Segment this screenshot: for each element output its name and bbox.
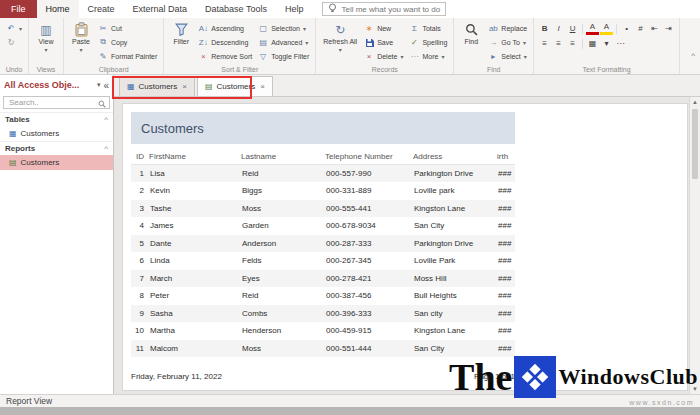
table-cell: San city	[413, 305, 497, 323]
tab-create[interactable]: Create	[79, 0, 124, 18]
format-painter-label: Format Painter	[111, 53, 157, 60]
ribbon-group-clipboard: Paste ▾ ✂ Cut ⧉ Copy ✎ Format Painter Cl…	[64, 18, 164, 74]
align-left-button[interactable]: ≡	[538, 37, 551, 50]
advanced-button[interactable]: ▤ Advanced ▾	[256, 35, 311, 49]
chevron-down-icon: ▾	[400, 53, 403, 60]
tab-file[interactable]: File	[0, 0, 37, 18]
paste-button[interactable]: Paste ▾	[68, 21, 94, 54]
chevron-down-icon: ▾	[305, 39, 308, 46]
delete-button[interactable]: × Delete ▾	[362, 49, 405, 63]
tab-database-tools[interactable]: Database Tools	[196, 0, 276, 18]
close-icon[interactable]: ×	[260, 82, 265, 91]
tab-external-data[interactable]: External Data	[124, 0, 197, 18]
table-cell: 000-459-915	[325, 322, 413, 340]
ribbon-group-records: ↻ Refresh All ▾ ∗ New Save × Delete ▾	[316, 18, 454, 74]
replace-button[interactable]: ab Replace	[486, 21, 529, 35]
copy-icon: ⧉	[98, 37, 108, 47]
bold-button[interactable]: B	[538, 22, 551, 35]
save-button[interactable]: Save	[362, 35, 405, 49]
shutter-bar-close-icon[interactable]: «	[103, 80, 109, 91]
ribbon: ↶ ▾ ↻ Undo ▥ View ▾ Views Paste ▾	[0, 18, 700, 75]
table-cell: 8	[131, 287, 149, 305]
table-cell: Moss Hill	[413, 270, 497, 288]
table-cell: Garden	[241, 217, 325, 235]
nav-item-label: Customers	[21, 129, 60, 138]
bullets-button[interactable]: •	[620, 22, 633, 35]
selection-button[interactable]: ▢ Selection ▾	[256, 21, 311, 35]
highlight-color-button[interactable]: A	[600, 22, 613, 35]
more-button[interactable]: ⋯ More ▾	[407, 49, 449, 63]
vertical-scrollbar[interactable]: ▲ ▼	[689, 97, 700, 394]
more-formatting-button[interactable]: ⋯	[614, 37, 627, 50]
table-cell: Biggs	[241, 182, 325, 200]
scroll-up-icon[interactable]: ▲	[690, 99, 700, 105]
gridlines-button[interactable]: ▦	[586, 37, 599, 50]
group-label-views: Views	[29, 66, 63, 73]
close-icon[interactable]: ×	[182, 82, 187, 91]
font-color-button[interactable]: A	[586, 22, 599, 35]
numbering-button[interactable]: #	[634, 22, 647, 35]
table-cell: ###	[497, 305, 515, 323]
remove-sort-button[interactable]: × Remove Sort	[196, 49, 254, 63]
tab-home[interactable]: Home	[37, 0, 79, 18]
tell-me-box[interactable]: Tell me what you want to do	[322, 2, 446, 16]
align-right-button[interactable]: ≡	[566, 37, 579, 50]
search-input[interactable]	[7, 97, 98, 108]
tab-help[interactable]: Help	[276, 0, 313, 18]
watermark-url: www.sxdn.com	[449, 399, 698, 406]
table-cell: Loville park	[413, 182, 497, 200]
increase-indent-button[interactable]: ⇥	[662, 22, 675, 35]
doc-tab-customers-table[interactable]: ▦ Customers ×	[119, 76, 195, 96]
ascending-button[interactable]: A↓ Ascending	[196, 21, 254, 35]
find-button[interactable]: Find	[458, 21, 484, 46]
descending-button[interactable]: Z↓ Descending	[196, 35, 254, 49]
table-cell: ###	[497, 165, 515, 183]
refresh-all-button[interactable]: ↻ Refresh All ▾	[320, 21, 360, 54]
paste-label: Paste	[72, 38, 90, 45]
replace-icon: ab	[488, 24, 498, 33]
group-label-clipboard: Clipboard	[64, 66, 163, 73]
collapse-ribbon-button[interactable]: ^	[691, 51, 695, 60]
table-cell: James	[149, 217, 241, 235]
toggle-filter-label: Toggle Filter	[271, 53, 309, 60]
spelling-label: Spelling	[422, 39, 447, 46]
find-label: Find	[465, 38, 479, 45]
italic-button[interactable]: I	[552, 22, 565, 35]
chevron-up-icon: ^	[104, 144, 108, 153]
chevron-down-icon[interactable]: ▾	[600, 37, 613, 50]
copy-button[interactable]: ⧉ Copy	[96, 35, 159, 49]
select-button[interactable]: ▸ Select ▾	[486, 49, 529, 63]
view-button[interactable]: ▥ View ▾	[33, 21, 59, 54]
decrease-indent-button[interactable]: ⇤	[648, 22, 661, 35]
chevron-down-icon: ▾	[19, 25, 22, 32]
go-to-icon: →	[488, 38, 498, 47]
chevron-down-icon[interactable]: ▾	[97, 81, 101, 89]
search-box[interactable]	[3, 96, 110, 109]
nav-item-customers-report[interactable]: ▤ Customers	[0, 155, 113, 170]
scrollbar-thumb[interactable]	[692, 109, 698, 179]
toggle-filter-button[interactable]: ▽ Toggle Filter	[256, 49, 311, 63]
table-cell: Parkington Drive	[413, 165, 497, 183]
go-to-button[interactable]: → Go To ▾	[486, 35, 529, 49]
totals-button[interactable]: Σ Totals	[407, 21, 449, 35]
underline-button[interactable]: U	[566, 22, 579, 35]
chevron-down-icon: ▾	[80, 46, 83, 53]
ribbon-group-text-formatting: B I U A A • # ⇤ ⇥ ≡ ≡ ≡ ▦	[534, 18, 680, 74]
new-button[interactable]: ∗ New	[362, 21, 405, 35]
doc-tab-customers-report[interactable]: ▤ Customers ×	[197, 76, 273, 96]
column-header: Lastname	[241, 150, 325, 165]
nav-section-reports[interactable]: Reports ^	[0, 141, 113, 155]
spelling-button[interactable]: ✓ Spelling	[407, 35, 449, 49]
nav-item-customers-table[interactable]: ▦ Customers	[0, 126, 113, 141]
redo-button[interactable]: ↻	[4, 35, 24, 49]
undo-button[interactable]: ↶ ▾	[4, 21, 24, 35]
align-center-button[interactable]: ≡	[552, 37, 565, 50]
column-header: Address	[413, 150, 497, 165]
table-cell: ###	[497, 217, 515, 235]
nav-section-tables[interactable]: Tables ^	[0, 112, 113, 126]
table-row: 11MalcomMoss000-551-444San City###	[131, 340, 515, 358]
format-painter-button[interactable]: ✎ Format Painter	[96, 49, 159, 63]
more-icon: ⋯	[409, 52, 419, 61]
cut-button[interactable]: ✂ Cut	[96, 21, 159, 35]
filter-button[interactable]: Filter	[168, 21, 194, 46]
